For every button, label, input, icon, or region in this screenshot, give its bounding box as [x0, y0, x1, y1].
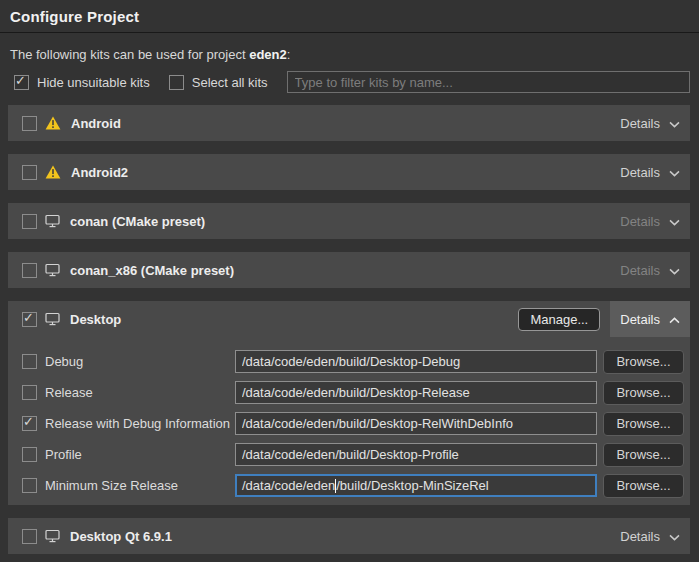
build-dir-input[interactable]	[235, 443, 597, 466]
project-name: eden2	[249, 47, 287, 62]
kit-row-desktop: Desktop Manage... Details Debug Browse.	[8, 301, 690, 505]
kit-checkbox[interactable]	[22, 529, 37, 544]
chevron-down-icon	[669, 268, 680, 275]
kits-description: The following kits can be used for proje…	[10, 47, 690, 62]
kit-name: Desktop Qt 6.9.1	[70, 529, 172, 544]
kit-checkbox[interactable]	[22, 116, 37, 131]
desktop-icon	[45, 263, 60, 277]
build-config-row-debug: Debug Browse...	[22, 350, 684, 373]
build-config-row-minsizerel: Minimum Size Release /data/code/eden /bu…	[22, 474, 684, 497]
kit-row-desktop-qt: Desktop Qt 6.9.1 Details	[8, 518, 690, 554]
desktop-build-configs: Debug Browse... Release Browse...	[8, 337, 690, 505]
kit-name: conan (CMake preset)	[70, 214, 205, 229]
warning-icon	[45, 165, 61, 179]
browse-button[interactable]: Browse...	[603, 412, 684, 436]
path-text: /data/code/eden	[242, 478, 335, 493]
config-checkbox[interactable]	[22, 416, 37, 431]
checkbox-box[interactable]	[14, 75, 29, 90]
details-label: Details	[620, 165, 660, 180]
kit-name: Android	[71, 116, 121, 131]
kit-row-android2: Android2 Details	[8, 154, 690, 190]
kit-row-android: Android Details	[8, 105, 690, 141]
kit-header[interactable]: conan_x86 (CMake preset) Details	[8, 252, 690, 288]
browse-button[interactable]: Browse...	[603, 350, 684, 374]
kit-filter-input[interactable]	[287, 71, 690, 93]
chevron-down-icon	[669, 121, 680, 128]
details-toggle[interactable]: Details	[610, 154, 690, 190]
kit-name: Android2	[71, 165, 128, 180]
build-config-row-profile: Profile Browse...	[22, 443, 684, 466]
kit-header[interactable]: Desktop Qt 6.9.1 Details	[8, 518, 690, 554]
description-text: The following kits can be used for proje…	[10, 47, 249, 62]
manage-button[interactable]: Manage...	[518, 308, 600, 331]
config-checkbox[interactable]	[22, 478, 37, 493]
browse-button[interactable]: Browse...	[603, 443, 684, 467]
details-label: Details	[620, 116, 660, 131]
hide-unsuitable-kits-label: Hide unsuitable kits	[37, 75, 150, 90]
config-label: Release	[45, 385, 93, 400]
desktop-icon	[45, 214, 60, 228]
kit-checkbox[interactable]	[22, 214, 37, 229]
details-label: Details	[620, 312, 660, 327]
details-toggle[interactable]: Details	[610, 203, 690, 239]
chevron-up-icon	[669, 317, 680, 324]
filter-row: Hide unsuitable kits Select all kits	[8, 70, 690, 94]
hide-unsuitable-kits-checkbox[interactable]: Hide unsuitable kits	[14, 75, 150, 90]
details-label: Details	[620, 214, 660, 229]
kit-row-conan: conan (CMake preset) Details	[8, 203, 690, 239]
config-label: Release with Debug Information	[45, 416, 230, 431]
details-label: Details	[620, 263, 660, 278]
desktop-icon	[45, 529, 60, 543]
build-config-row-release: Release Browse...	[22, 381, 684, 404]
kit-checkbox[interactable]	[22, 165, 37, 180]
kit-header[interactable]: Desktop Manage... Details	[8, 301, 690, 337]
checkbox-box[interactable]	[169, 75, 184, 90]
details-toggle[interactable]: Details	[610, 252, 690, 288]
build-dir-input[interactable]	[235, 381, 597, 404]
config-checkbox[interactable]	[22, 447, 37, 462]
config-label: Debug	[45, 354, 83, 369]
kit-header[interactable]: conan (CMake preset) Details	[8, 203, 690, 239]
kit-row-conan-x86: conan_x86 (CMake preset) Details	[8, 252, 690, 288]
kit-list: Android Details Android2 Details	[8, 105, 690, 554]
details-toggle[interactable]: Details	[610, 301, 690, 337]
build-dir-input-focused[interactable]: /data/code/eden /build/Desktop-MinSizeRe…	[235, 474, 597, 497]
path-text: /build/Desktop-MinSizeRel	[336, 478, 488, 493]
build-dir-input[interactable]	[235, 350, 597, 373]
details-toggle[interactable]: Details	[610, 105, 690, 141]
config-label: Minimum Size Release	[45, 478, 178, 493]
kit-name: conan_x86 (CMake preset)	[70, 263, 234, 278]
kit-header[interactable]: Android2 Details	[8, 154, 690, 190]
build-dir-input[interactable]	[235, 412, 597, 435]
select-all-kits-label: Select all kits	[192, 75, 268, 90]
details-toggle[interactable]: Details	[610, 518, 690, 554]
chevron-down-icon	[669, 534, 680, 541]
details-label: Details	[620, 529, 660, 544]
select-all-kits-checkbox[interactable]: Select all kits	[169, 75, 268, 90]
desktop-icon	[45, 312, 60, 326]
browse-button[interactable]: Browse...	[603, 381, 684, 405]
configure-project-panel: The following kits can be used for proje…	[0, 47, 699, 554]
config-checkbox[interactable]	[22, 385, 37, 400]
kit-name: Desktop	[70, 312, 121, 327]
page-title: Configure Project	[10, 8, 139, 25]
kit-checkbox[interactable]	[22, 263, 37, 278]
warning-icon	[45, 116, 61, 130]
chevron-down-icon	[669, 170, 680, 177]
browse-button[interactable]: Browse...	[603, 474, 684, 498]
chevron-down-icon	[669, 219, 680, 226]
build-config-row-relwithdebinfo: Release with Debug Information Browse...	[22, 412, 684, 435]
config-checkbox[interactable]	[22, 354, 37, 369]
kit-header[interactable]: Android Details	[8, 105, 690, 141]
config-label: Profile	[45, 447, 82, 462]
kit-checkbox[interactable]	[22, 312, 37, 327]
title-bar: Configure Project	[0, 0, 699, 33]
description-colon: :	[287, 47, 291, 62]
